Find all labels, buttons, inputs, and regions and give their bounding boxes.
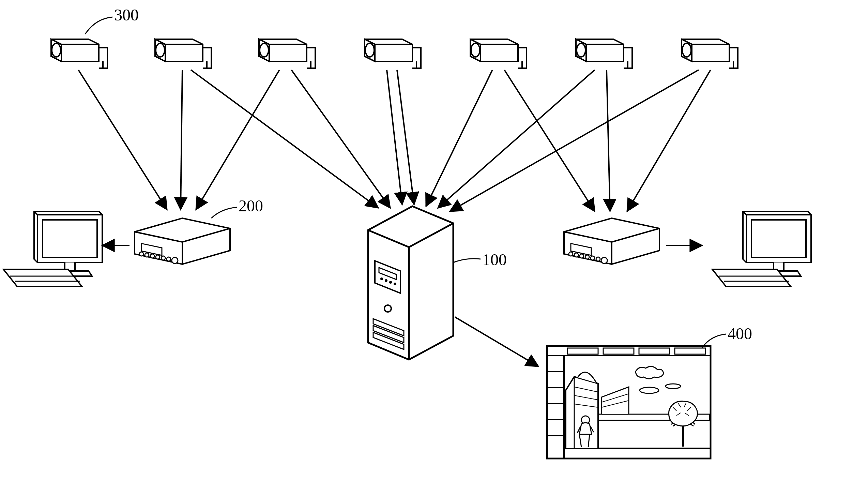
computer-left-icon: [3, 211, 102, 286]
svg-line-41: [78, 70, 167, 210]
camera-ref-label: 300: [114, 6, 139, 24]
system-diagram: 300 200 100 400: [0, 0, 868, 496]
server-ref-label: 100: [482, 251, 507, 269]
server-to-display-arrow: [455, 317, 538, 366]
computer-right-icon: [712, 211, 811, 286]
svg-line-53: [627, 70, 711, 211]
display-icon: [547, 346, 711, 459]
svg-line-52: [450, 70, 699, 211]
camera-3-icon: [259, 39, 315, 68]
svg-line-49: [504, 70, 595, 211]
svg-line-51: [607, 70, 610, 211]
camera-1-icon: [51, 39, 107, 68]
svg-line-44: [196, 70, 279, 210]
camera-4-icon: [365, 39, 421, 68]
recorder-left-icon: [135, 218, 230, 264]
svg-line-43: [191, 70, 378, 208]
camera-arrows: [78, 70, 711, 211]
camera-5-icon: [470, 39, 527, 68]
recorder-ref-label: 200: [239, 197, 263, 215]
camera-2-icon: [155, 39, 211, 68]
server-icon: [368, 206, 453, 360]
display-ref-label: 400: [728, 325, 752, 343]
svg-line-50: [438, 70, 595, 208]
camera-7-icon: [682, 39, 738, 68]
svg-line-42: [181, 70, 182, 210]
recorder-right-icon: [564, 218, 659, 264]
camera-6-icon: [576, 39, 632, 68]
svg-line-56: [455, 317, 538, 366]
svg-line-48: [426, 70, 492, 206]
svg-line-45: [291, 70, 390, 208]
